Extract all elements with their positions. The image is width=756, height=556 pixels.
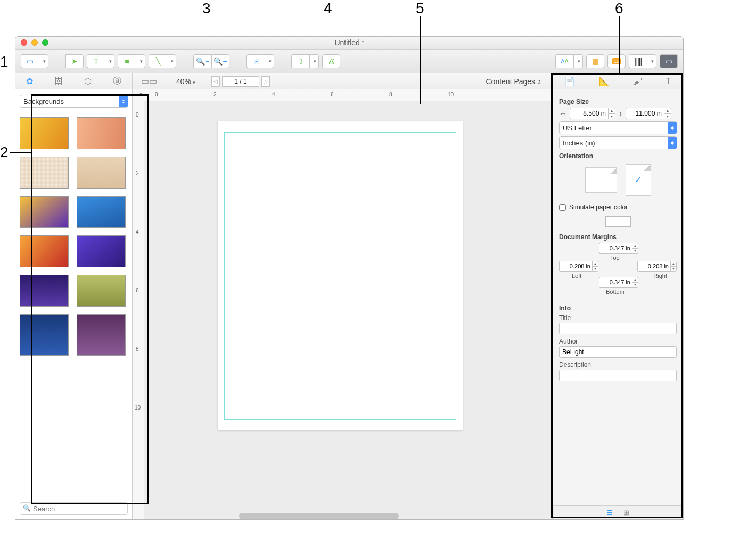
section-selector[interactable]: Content Pages ⇕	[486, 77, 541, 86]
horizontal-ruler: 0 2 4 6 8 10	[144, 89, 552, 101]
import-button[interactable]: ⎘	[246, 54, 265, 68]
margin-bottom-field[interactable]	[599, 277, 632, 288]
margin-top-field[interactable]	[599, 243, 632, 254]
simulate-paper-checkbox[interactable]	[559, 204, 566, 211]
thumbnail[interactable]	[77, 235, 126, 267]
prev-page-button[interactable]: ◁	[211, 76, 220, 87]
source-search-input[interactable]	[20, 502, 128, 515]
minimize-window-button[interactable]	[31, 39, 38, 46]
horizontal-scrollbar[interactable]	[239, 513, 399, 519]
thumbnail[interactable]	[77, 157, 126, 189]
margin-left-stepper[interactable]: ▲▼	[592, 261, 598, 272]
share-dropdown[interactable]: ▾	[309, 54, 319, 68]
info-author-label: Author	[559, 338, 677, 345]
ruler-unit-label: in	[133, 89, 144, 101]
callout-3: 3	[202, 0, 211, 17]
thumbnail[interactable]	[20, 275, 69, 307]
share-button[interactable]: ⇧	[291, 54, 309, 68]
paper-color-well[interactable]	[605, 216, 631, 227]
page-preset-select[interactable]: US Letter	[559, 121, 677, 134]
next-page-button[interactable]: ▷	[261, 76, 270, 87]
source-panel: Backgrounds	[15, 89, 133, 519]
canvas-area[interactable]: in 0 2 4 6 8 10 0 2 4 6 8 10	[133, 89, 552, 519]
margin-top-label: Top	[610, 255, 620, 261]
inspector-toggle[interactable]: ▭	[660, 54, 678, 68]
orientation-portrait[interactable]: ✓	[626, 164, 651, 196]
source-category-select[interactable]: Backgrounds	[20, 95, 128, 108]
callout-5: 5	[416, 0, 424, 17]
page-width-stepper[interactable]: ▲▼	[608, 108, 615, 119]
panels-dropdown[interactable]: ▾	[39, 54, 48, 68]
info-title-field[interactable]	[559, 323, 677, 334]
grid-button[interactable]: ⊞	[623, 509, 629, 517]
page-preview[interactable]	[218, 121, 463, 430]
line-tool[interactable]: ╲	[149, 54, 167, 68]
margin-bottom-stepper[interactable]: ▲▼	[632, 277, 638, 288]
thumbnail[interactable]	[77, 314, 126, 356]
barcode-dropdown[interactable]: ▾	[647, 54, 656, 68]
thumbnail[interactable]	[77, 275, 126, 307]
thumbnail[interactable]	[20, 235, 69, 267]
zoom-level[interactable]: 40%▾	[176, 77, 195, 86]
inspector-document-tab[interactable]: 📄	[561, 75, 578, 87]
margin-right-field[interactable]	[637, 261, 670, 272]
zoom-in-button[interactable]: 🔍+	[211, 54, 229, 68]
orientation-landscape[interactable]	[585, 167, 617, 193]
select-tool[interactable]: ➤	[65, 54, 84, 68]
page-number-field[interactable]: 1 / 1	[222, 76, 259, 87]
inspector-appearance-tab[interactable]: 🖌	[630, 76, 645, 87]
spread-view-button[interactable]: ▭▭	[138, 75, 160, 87]
source-shapes-tab[interactable]: ⬡	[81, 75, 95, 87]
barcode-button[interactable]: |||||	[629, 54, 647, 68]
check-icon: ✓	[634, 174, 642, 186]
print-button[interactable]: 🖨	[322, 54, 340, 68]
document-title[interactable]: Untitled	[334, 38, 364, 47]
margin-left-label: Left	[572, 273, 581, 279]
page-size-heading: Page Size	[559, 98, 677, 105]
inspector-panel: Page Size ↔ ▲▼ ↕ ▲▼ US Letter Inches (in…	[552, 89, 683, 519]
info-description-field[interactable]	[559, 370, 677, 381]
thumbnail[interactable]	[20, 314, 69, 356]
panels-button[interactable]: ▭	[21, 54, 39, 68]
close-window-button[interactable]	[21, 39, 27, 46]
shape-tool[interactable]: ■	[118, 54, 136, 68]
font-panel-dropdown[interactable]: ▾	[573, 54, 583, 68]
info-author-field[interactable]	[559, 346, 677, 358]
inspector-geometry-tab[interactable]: 📐	[596, 75, 613, 87]
thumbnail[interactable]	[77, 117, 126, 149]
page-indicator: ◁ 1 / 1 ▷	[211, 76, 270, 87]
source-text-tab[interactable]: ⓐ	[110, 75, 125, 88]
thumbnail[interactable]	[20, 117, 69, 149]
source-thumbnails	[15, 113, 132, 498]
units-select[interactable]: Inches (in)	[559, 136, 677, 149]
text-tool-dropdown[interactable]: ▾	[105, 54, 114, 68]
line-tool-dropdown[interactable]: ▾	[167, 54, 176, 68]
page-width-field[interactable]	[570, 108, 608, 119]
zoom-window-button[interactable]	[42, 39, 48, 46]
import-dropdown[interactable]: ▾	[265, 54, 274, 68]
shape-tool-dropdown[interactable]: ▾	[136, 54, 145, 68]
tables-button[interactable]: ▦	[586, 54, 604, 68]
calendar-button[interactable]: 15	[607, 54, 626, 68]
thumbnail[interactable]	[77, 196, 126, 228]
zoom-out-button[interactable]: 🔍−	[193, 54, 211, 68]
source-photos-tab[interactable]: 🖼	[51, 76, 66, 87]
margin-right-stepper[interactable]: ▲▼	[670, 261, 677, 272]
inspector-text-tab[interactable]: T	[663, 76, 675, 87]
margin-top-stepper[interactable]: ▲▼	[632, 243, 638, 254]
text-tool[interactable]: T	[87, 54, 105, 68]
main-toolbar: ▭ ▾ ➤ T ▾ ■ ▾ ╲ ▾ 🔍− 🔍+ ⎘ ▾	[15, 50, 683, 73]
info-description-label: Description	[559, 361, 677, 369]
app-window: Untitled ▭ ▾ ➤ T ▾ ■ ▾ ╲ ▾ 🔍− 🔍+	[15, 36, 684, 520]
thumbnail[interactable]	[20, 196, 69, 228]
page-height-field[interactable]	[626, 108, 664, 119]
page-height-stepper[interactable]: ▲▼	[664, 108, 671, 119]
layers-button[interactable]: ☰	[606, 509, 613, 517]
font-panel-button[interactable]: AA	[555, 54, 573, 68]
titlebar: Untitled	[15, 37, 683, 50]
thumbnail[interactable]	[20, 157, 69, 189]
margin-left-field[interactable]	[559, 261, 592, 272]
simulate-paper-label: Simulate paper color	[569, 203, 628, 211]
margin-bottom-label: Bottom	[606, 289, 624, 295]
source-clipart-tab[interactable]: ✿	[23, 75, 36, 87]
